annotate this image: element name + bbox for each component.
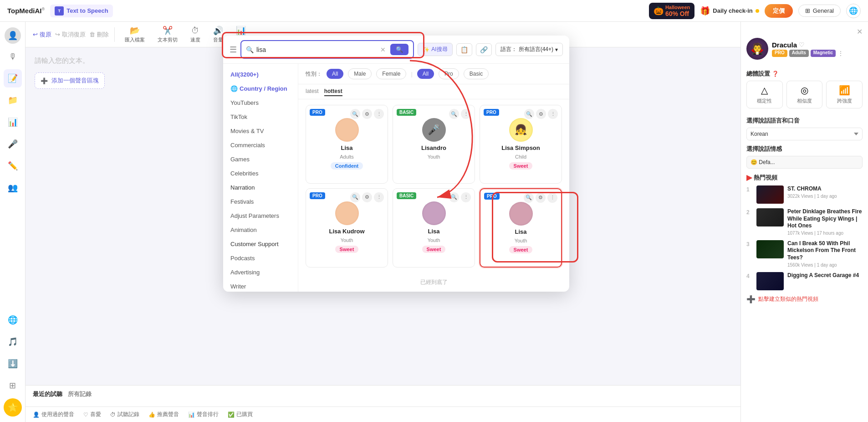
search-input[interactable] xyxy=(256,46,378,53)
video-item-4[interactable]: 4 Digging A Secret Garage #4 xyxy=(746,272,863,290)
cat-all[interactable]: All(3200+) xyxy=(223,67,298,82)
sidebar-item-mic[interactable]: 🎤 xyxy=(4,135,22,153)
tab-ranking[interactable]: 📊 聲音排行 xyxy=(188,411,219,418)
voice-card-lisa-youth-basic[interactable]: BASIC 🔍 ⋮ Lisa Youth Sweet xyxy=(393,188,475,268)
redo-button[interactable]: ↪ 取消復原 xyxy=(55,31,86,39)
cat-item-tiktok[interactable]: TikTok xyxy=(223,110,298,124)
ai-search-button[interactable]: ✨ AI搜尋 xyxy=(418,43,452,56)
sort-latest[interactable]: latest xyxy=(306,87,319,96)
tab-favorites[interactable]: ♡ 喜愛 xyxy=(83,411,101,418)
language-filter[interactable]: 語言： 所有語言(44+) ▾ xyxy=(495,43,563,56)
strength-card[interactable]: 📶 跨強度 xyxy=(826,81,863,108)
type-all-button[interactable]: All xyxy=(417,69,434,79)
search-voice-icon-simpson[interactable]: 🔍 xyxy=(524,109,534,119)
import-button[interactable]: 📂 匯入檔案 xyxy=(120,24,149,45)
recent-tab-all[interactable]: 所有記錄 xyxy=(68,390,92,398)
voice-card-lisa-kudrow[interactable]: PRO 🔍 ⚙ ⋮ Lisa Kudrow Youth Sweet xyxy=(306,188,388,268)
more-voice-icon-lisa3[interactable]: ⋮ xyxy=(547,193,557,203)
speed-button[interactable]: ⏱ 速度 xyxy=(186,24,205,45)
general-button[interactable]: ⊞ General xyxy=(798,5,841,17)
type-basic-button[interactable]: Basic xyxy=(464,68,489,79)
stability-card[interactable]: △ 穩定性 xyxy=(746,81,783,108)
settings-voice-icon-simpson[interactable]: ⚙ xyxy=(536,109,546,119)
cat-item-festivals[interactable]: Festivals xyxy=(223,195,298,209)
settings-voice-icon-kudrow[interactable]: ⚙ xyxy=(362,192,372,202)
user-avatar[interactable]: 👤 xyxy=(5,27,21,44)
video-item-2[interactable]: 2 Peter Dinklage Breathes Fire While Eat… xyxy=(746,208,863,236)
sidebar-item-text[interactable]: 📝 xyxy=(4,69,22,87)
heart-fav-icon[interactable]: ♡ xyxy=(799,41,805,48)
cat-item-narration[interactable]: Narration xyxy=(223,180,298,195)
more-voice-icon-kudrow[interactable]: ⋮ xyxy=(374,192,384,202)
more-voice-icon-lisa[interactable]: ⋮ xyxy=(374,109,384,119)
delete-button[interactable]: 🗑 刪除 xyxy=(89,31,109,39)
video-item-1[interactable]: 1 ST. CHROMA 3022k Views | 1 day ago xyxy=(746,185,863,204)
cat-item-customer_support[interactable]: Customer Support xyxy=(223,237,298,251)
voice-card-lisa-adults[interactable]: PRO 🔍 ⚙ ⋮ Lisa Adults Confident xyxy=(306,105,388,184)
tab-recommended[interactable]: 👍 推薦聲音 xyxy=(148,411,179,418)
voice-card-lisandro[interactable]: BASIC 🔍 ⋮ 🎤 Lisandro Youth xyxy=(393,105,475,184)
emotion-select[interactable]: 😊 Defa... xyxy=(746,156,863,169)
voice-card-lisa-simpson[interactable]: PRO 🔍 ⚙ ⋮ 👧 Lisa Simpson Child Sweet xyxy=(480,105,562,184)
cat-item-games[interactable]: Games xyxy=(223,152,298,166)
search-voice-icon-lisa[interactable]: 🔍 xyxy=(350,109,360,119)
close-right-panel[interactable]: ✕ xyxy=(857,27,863,36)
cat-item-advertising[interactable]: Advertising xyxy=(223,265,298,279)
cut-button[interactable]: ✂️ 文本剪切 xyxy=(153,24,182,45)
tab-used-voices[interactable]: 👤 使用過的聲音 xyxy=(33,411,74,418)
similarity-card[interactable]: ◎ 相似度 xyxy=(786,81,823,108)
video-item-3[interactable]: 3 Can I Break 50 With Phil Mickelson Fro… xyxy=(746,240,863,268)
cat-item-animation[interactable]: Animation xyxy=(223,223,298,237)
more-voice-icon-lisa2[interactable]: ⋮ xyxy=(461,192,471,202)
gender-male-button[interactable]: Male xyxy=(348,68,372,79)
recent-tab-listening[interactable]: 最近的試聽 xyxy=(33,390,62,398)
sidebar-item-chart[interactable]: 📊 xyxy=(4,113,22,131)
sidebar-item-voices[interactable]: 🎙 xyxy=(4,47,22,66)
back-button[interactable]: ↩ 復原 xyxy=(33,31,51,39)
sort-hottest[interactable]: hottest xyxy=(324,87,342,96)
cat-item-writer[interactable]: Writer xyxy=(223,279,298,292)
halloween-button[interactable]: 🎃 Halloween 60% Off xyxy=(649,3,694,19)
link-button[interactable]: 🔗 xyxy=(476,43,492,56)
sidebar-item-music[interactable]: 🎵 xyxy=(4,333,22,351)
settings-voice-icon-lisa3[interactable]: ⚙ xyxy=(536,193,546,203)
search-voice-icon-lisa3[interactable]: 🔍 xyxy=(524,193,534,203)
gender-all-button[interactable]: All xyxy=(327,69,343,79)
tab-purchased[interactable]: ✅ 已購買 xyxy=(228,411,253,418)
sidebar-item-globe[interactable]: 🌐 xyxy=(4,311,22,329)
more-videos-button[interactable]: ➕ 點擊建立類似的熱門視頻 xyxy=(746,295,863,304)
pricing-button[interactable]: 定價 xyxy=(765,4,793,18)
sidebar-item-star[interactable]: ⭐ xyxy=(4,398,22,417)
cat-item-celebrities[interactable]: Celebrities xyxy=(223,166,298,180)
cat-item-youtubers[interactable]: YouTubers xyxy=(223,96,298,110)
search-voice-icon-kudrow[interactable]: 🔍 xyxy=(350,192,360,202)
tab-history[interactable]: ⏱ 試聽記錄 xyxy=(110,411,139,418)
hamburger-icon[interactable]: ☰ xyxy=(230,45,237,55)
daily-checkin[interactable]: 🎁 Daily check-in xyxy=(700,6,759,16)
sidebar-item-grid[interactable]: ⊞ xyxy=(4,376,22,395)
settings-voice-icon-lisa[interactable]: ⚙ xyxy=(362,109,372,119)
more-voice-icon-lisandro[interactable]: ⋮ xyxy=(461,109,471,119)
clear-search-icon[interactable]: ✕ xyxy=(380,46,386,53)
cat-item-podcasts[interactable]: Podcasts xyxy=(223,251,298,265)
cat-item-commercials[interactable]: Commercials xyxy=(223,138,298,152)
cat-item-adjust[interactable]: Adjust Parameters xyxy=(223,209,298,223)
search-button[interactable]: 🔍 xyxy=(390,44,408,55)
sidebar-item-edit[interactable]: ✏️ xyxy=(4,157,22,175)
cat-country-region[interactable]: 🌐 Country / Region xyxy=(223,82,298,96)
language-select[interactable]: Korean xyxy=(746,128,863,140)
sidebar-item-download[interactable]: ⬇️ xyxy=(4,355,22,373)
sidebar-item-users[interactable]: 👥 xyxy=(4,179,22,197)
copy-button[interactable]: 📋 xyxy=(456,43,472,56)
search-voice-icon-lisandro[interactable]: 🔍 xyxy=(449,109,459,119)
gender-female-button[interactable]: Female xyxy=(376,68,406,79)
more-voice-icon-simpson[interactable]: ⋮ xyxy=(548,109,558,119)
more-options-icon[interactable]: ⋮ xyxy=(837,50,844,57)
type-pro-button[interactable]: Pro xyxy=(439,68,459,79)
add-block-button[interactable]: ➕ 添加一個聲音區塊 xyxy=(35,72,105,89)
language-button[interactable]: 🌐 xyxy=(846,4,861,18)
voice-card-lisa-youth-pro-selected[interactable]: PRO 🔍 ⚙ ⋮ Lisa Youth Sweet xyxy=(480,188,562,268)
cat-item-movies[interactable]: Movies & TV xyxy=(223,124,298,138)
settings-help-icon[interactable]: ❓ xyxy=(772,71,779,77)
sidebar-item-folder[interactable]: 📁 xyxy=(4,91,22,109)
